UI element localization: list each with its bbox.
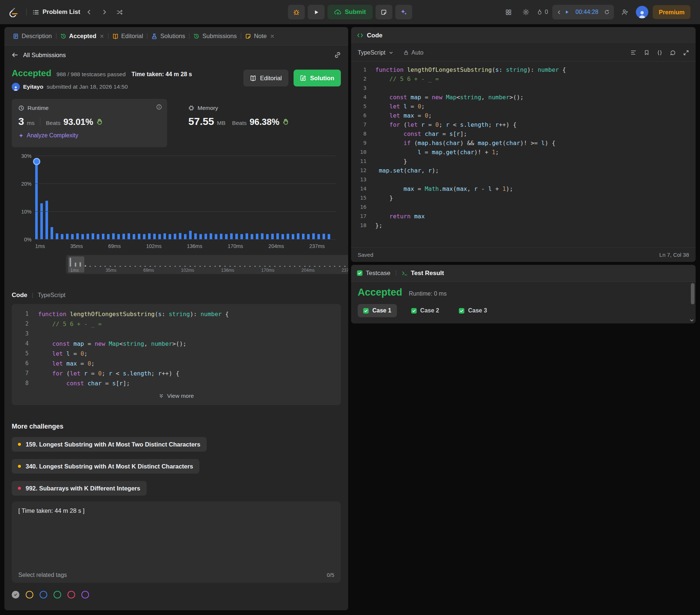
- user-avatar[interactable]: [636, 6, 648, 18]
- tag-color-circle[interactable]: [40, 591, 47, 599]
- challenge-chip[interactable]: 340. Longest Substring with At Most K Di…: [12, 459, 199, 474]
- runtime-bar[interactable]: [261, 233, 264, 240]
- debug-button[interactable]: [288, 5, 305, 19]
- tag-color-circle[interactable]: [81, 591, 89, 599]
- tag-color-circle[interactable]: [12, 591, 19, 599]
- runtime-bar[interactable]: [215, 234, 217, 240]
- tags-placeholder[interactable]: Select related tags: [18, 572, 67, 578]
- runtime-bar[interactable]: [169, 234, 171, 240]
- code-line[interactable]: 3: [351, 84, 696, 93]
- chart-minimap[interactable]: 1ms35ms69ms102ms136ms170ms204ms237ms: [66, 255, 348, 274]
- runtime-bar[interactable]: [251, 234, 253, 240]
- tab-solutions[interactable]: Solutions: [147, 27, 189, 45]
- code-line[interactable]: 13: [351, 175, 696, 184]
- runtime-card[interactable]: Runtime 3 ms Beats 93.01%: [12, 99, 167, 147]
- runtime-bar[interactable]: [163, 233, 166, 240]
- runtime-bar[interactable]: [292, 234, 294, 240]
- runtime-bar[interactable]: [40, 203, 43, 240]
- code-line[interactable]: 12 map.set(char, r);: [351, 166, 696, 175]
- note-editor[interactable]: [ Time taken: 44 m 28 s ] Select related…: [12, 501, 341, 583]
- submit-button[interactable]: Submit: [328, 5, 373, 19]
- tab-submissions[interactable]: Submissions: [189, 27, 241, 45]
- case-tab[interactable]: Case 2: [406, 304, 445, 317]
- runtime-bar[interactable]: [297, 233, 299, 240]
- next-problem-button[interactable]: [98, 5, 111, 19]
- case-tab[interactable]: Case 3: [453, 304, 493, 317]
- auto-save-indicator[interactable]: Auto: [404, 49, 424, 56]
- runtime-bar[interactable]: [189, 231, 192, 240]
- challenge-chip[interactable]: 992. Subarrays with K Different Integers: [12, 481, 147, 496]
- copy-link-icon[interactable]: [334, 52, 341, 58]
- code-line[interactable]: 4 const map = new Map<string, number>();: [351, 93, 696, 102]
- runtime-bar[interactable]: [194, 233, 197, 240]
- code-line[interactable]: 5 let l = 0;: [351, 102, 696, 111]
- runtime-bar[interactable]: [323, 234, 325, 240]
- runtime-bar[interactable]: [302, 234, 305, 240]
- runtime-bar[interactable]: [230, 233, 233, 240]
- language-selector[interactable]: TypeScript: [358, 49, 393, 56]
- back-button[interactable]: [12, 52, 18, 58]
- collapse-timer-icon[interactable]: [557, 10, 561, 15]
- tag-color-circle[interactable]: [67, 591, 75, 599]
- sticky-note-button[interactable]: [375, 5, 392, 19]
- runtime-bar[interactable]: [148, 233, 151, 240]
- runtime-bar[interactable]: [240, 234, 243, 240]
- runtime-bar[interactable]: [122, 234, 125, 240]
- runtime-bar[interactable]: [225, 234, 228, 240]
- runtime-bar[interactable]: [153, 234, 156, 240]
- runtime-bar[interactable]: [143, 234, 145, 240]
- author-name[interactable]: Eyitayo: [23, 84, 43, 90]
- code-line[interactable]: 3: [12, 329, 341, 339]
- bookmark-icon[interactable]: [644, 50, 649, 55]
- all-submissions-label[interactable]: All Submissions: [23, 52, 66, 59]
- code-line[interactable]: 6 let max = 0;: [351, 111, 696, 120]
- run-button[interactable]: [308, 5, 325, 19]
- runtime-bar[interactable]: [179, 233, 181, 240]
- code-line[interactable]: 10 l = map.get(char)! + 1;: [351, 148, 696, 157]
- premium-button[interactable]: Premium: [653, 5, 690, 19]
- runtime-bar[interactable]: [117, 234, 120, 240]
- streak-counter[interactable]: 0: [537, 9, 548, 15]
- runtime-bar[interactable]: [45, 201, 48, 240]
- runtime-bar[interactable]: [276, 233, 279, 240]
- close-tab-icon[interactable]: [270, 34, 275, 38]
- code-line[interactable]: 18};: [351, 221, 696, 230]
- timer-reset-icon[interactable]: [604, 10, 609, 15]
- runtime-bar[interactable]: [102, 234, 104, 240]
- runtime-bar[interactable]: [71, 234, 74, 240]
- settings-button[interactable]: [519, 5, 533, 19]
- code-line[interactable]: 1function lengthOfLongestSubstring(s: st…: [12, 309, 341, 319]
- tab-accepted[interactable]: Accepted: [56, 27, 108, 45]
- code-line[interactable]: 8 const char = s[r];: [351, 129, 696, 138]
- testcase-scrollbar[interactable]: [691, 283, 695, 304]
- code-line[interactable]: 16: [351, 203, 696, 212]
- runtime-bar[interactable]: [256, 234, 258, 240]
- tab-description[interactable]: Description: [9, 27, 56, 45]
- prev-problem-button[interactable]: [82, 5, 96, 19]
- runtime-bar[interactable]: [128, 233, 130, 240]
- invite-user-button[interactable]: [618, 5, 631, 19]
- editor-tab-label[interactable]: Code: [367, 32, 383, 39]
- memory-card[interactable]: Memory 57.55 MB Beats 96.38%: [182, 99, 295, 147]
- info-icon[interactable]: [156, 104, 162, 110]
- timer-play-icon[interactable]: [565, 10, 569, 14]
- runtime-bar[interactable]: [56, 233, 58, 240]
- runtime-bar[interactable]: [35, 162, 38, 240]
- runtime-bar[interactable]: [210, 233, 212, 240]
- runtime-bar[interactable]: [97, 234, 99, 240]
- runtime-bar[interactable]: [86, 234, 89, 240]
- tab-note[interactable]: Note: [241, 27, 279, 45]
- layout-grid-button[interactable]: [502, 5, 515, 19]
- runtime-bar[interactable]: [158, 234, 161, 240]
- note-text[interactable]: [ Time taken: 44 m 28 s ]: [18, 507, 334, 514]
- scroll-down-icon[interactable]: [689, 318, 694, 323]
- selected-runtime-marker[interactable]: [33, 158, 40, 165]
- ai-assistant-button[interactable]: [395, 5, 412, 19]
- code-line[interactable]: 8 const char = s[r];: [12, 378, 341, 388]
- format-code-icon[interactable]: [630, 49, 637, 56]
- runtime-bar[interactable]: [246, 233, 248, 240]
- challenge-chip[interactable]: 159. Longest Substring with At Most Two …: [12, 437, 207, 452]
- code-line[interactable]: 7 for (let r = 0; r < s.length; r++) {: [351, 120, 696, 129]
- runtime-bar[interactable]: [307, 234, 310, 240]
- code-line[interactable]: 2 // 5 6 + - _ =: [351, 74, 696, 84]
